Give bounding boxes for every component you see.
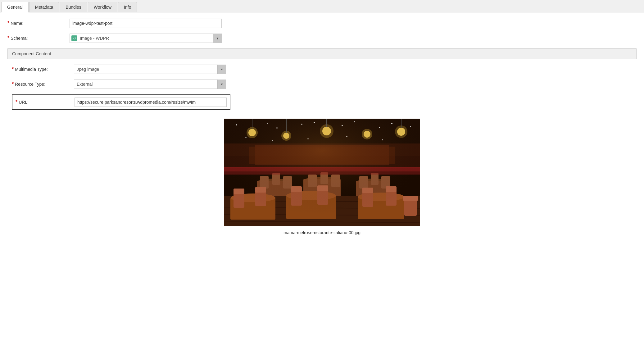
- resource-type-row: * Resource Type: External Internal DAM: [12, 80, 637, 89]
- main-content: * Name: * Schema: </> Image - WDPR Compo…: [0, 12, 644, 241]
- tab-bar: General Metadata Bundles Workflow Info: [0, 0, 644, 12]
- tab-workflow[interactable]: Workflow: [88, 2, 117, 12]
- tab-bundles[interactable]: Bundles: [60, 2, 87, 12]
- image-filename: mama-melrose-ristorante-italiano-00.jpg: [283, 230, 361, 235]
- resource-type-required-star: *: [12, 81, 14, 87]
- schema-label: * Schema:: [7, 35, 70, 41]
- name-input[interactable]: [70, 19, 222, 28]
- schema-select-wrapper: </> Image - WDPR: [70, 34, 222, 43]
- multimedia-type-select-wrapper: Jpeg image PNG image GIF image SVG image: [74, 65, 226, 74]
- url-row-wrapper: * URL:: [12, 94, 230, 110]
- image-container: mama-melrose-ristorante-italiano-00.jpg: [7, 119, 637, 235]
- name-required-star: *: [7, 20, 9, 26]
- resource-type-select[interactable]: External Internal DAM: [74, 80, 226, 89]
- schema-required-star: *: [7, 35, 9, 41]
- section-header: Component Content: [7, 48, 637, 59]
- tab-metadata[interactable]: Metadata: [29, 2, 59, 12]
- multimedia-type-label: * Multimedia Type:: [12, 66, 74, 72]
- multimedia-type-row: * Multimedia Type: Jpeg image PNG image …: [12, 65, 637, 74]
- url-label: * URL:: [16, 99, 75, 105]
- image-preview: [224, 119, 420, 226]
- svg-rect-79: [224, 119, 420, 226]
- url-required-star: *: [16, 99, 17, 105]
- schema-select[interactable]: Image - WDPR: [70, 34, 222, 43]
- schema-row: * Schema: </> Image - WDPR: [7, 34, 637, 43]
- tab-general[interactable]: General: [1, 2, 29, 12]
- multimedia-required-star: *: [12, 66, 14, 72]
- resource-type-select-wrapper: External Internal DAM: [74, 80, 226, 89]
- resource-type-label: * Resource Type:: [12, 81, 74, 87]
- name-row: * Name:: [7, 19, 637, 28]
- tab-info[interactable]: Info: [118, 2, 137, 12]
- url-input[interactable]: [75, 98, 227, 107]
- multimedia-type-select[interactable]: Jpeg image PNG image GIF image SVG image: [74, 65, 226, 74]
- name-label: * Name:: [7, 20, 70, 26]
